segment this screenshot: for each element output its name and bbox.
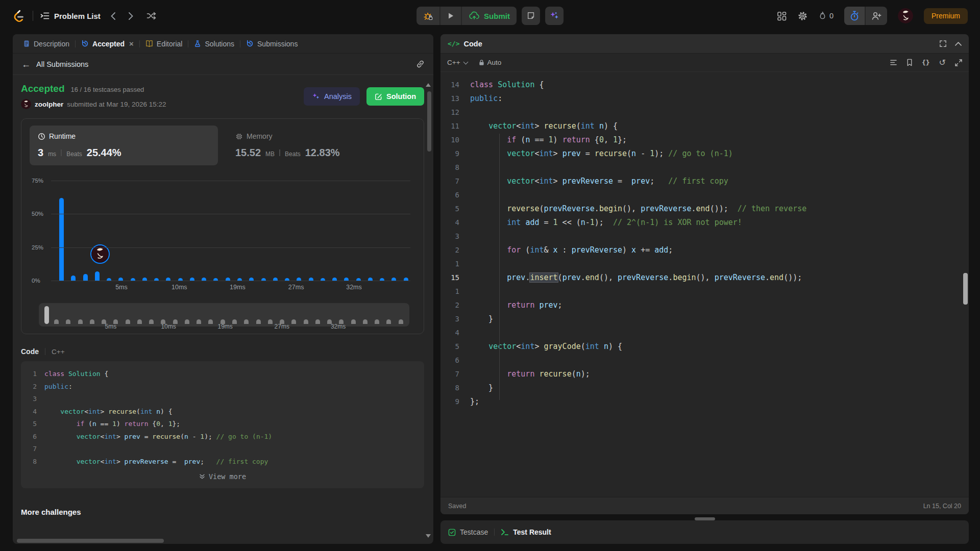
reset-code-icon[interactable]: ↺ [939, 59, 946, 67]
y-axis-tick: 50% [32, 211, 43, 217]
tab-description[interactable]: Description [18, 40, 75, 48]
code-line[interactable]: 7 [21, 443, 424, 456]
runtime-stat-card[interactable]: Runtime 3 ms Beats 25.44% [30, 126, 218, 165]
memory-stat-card[interactable]: Memory 15.52 MB Beats 12.83% [227, 126, 415, 165]
runtime-bar[interactable] [83, 274, 88, 281]
tab-testcase[interactable]: Testcase [448, 528, 488, 536]
code-text: public: [44, 381, 72, 393]
expand-editor-icon[interactable] [955, 59, 962, 66]
code-line[interactable]: 9 vector<int> prev = recurse(n - 1); // … [440, 147, 969, 161]
editor-code-area[interactable]: 14class Solution {13public:1211 vector<i… [440, 72, 969, 409]
code-line[interactable]: 14class Solution { [440, 78, 969, 92]
timer-button[interactable] [844, 7, 865, 25]
code-line[interactable]: 4 vector<int> recurse(int n) { [21, 406, 424, 418]
code-line[interactable]: 10 if (n == 1) return {0, 1}; [440, 133, 969, 147]
solution-button[interactable]: Solution [366, 87, 424, 106]
scrubber-dot [137, 319, 142, 324]
language-selector[interactable]: C++ [447, 59, 468, 66]
settings-gear-icon[interactable] [797, 11, 808, 21]
close-tab-icon[interactable]: × [129, 39, 134, 48]
back-arrow-icon[interactable]: ← [21, 60, 31, 69]
problem-list-button[interactable]: Problem List [40, 12, 101, 20]
code-line[interactable]: 5 vector<int> grayCode(int n) { [440, 340, 969, 354]
code-line[interactable]: 7 return recurse(n); [440, 367, 969, 381]
code-line[interactable]: 9}; [440, 395, 969, 409]
notes-button[interactable] [522, 7, 540, 25]
code-line[interactable]: 1 [440, 285, 969, 298]
braces-icon[interactable]: {} [922, 59, 930, 66]
code-line[interactable]: 6 vector<int> prev = recurse(n - 1); // … [21, 431, 424, 443]
code-line[interactable]: 6 [440, 354, 969, 367]
line-number: 6 [440, 354, 470, 367]
view-more-button[interactable]: View more [21, 468, 424, 485]
code-line[interactable]: 8 [440, 161, 969, 174]
runtime-bar[interactable] [59, 198, 64, 281]
tab-label: Solutions [205, 40, 234, 48]
code-line[interactable]: 11 vector<int> recurse(int n) { [440, 119, 969, 133]
autocomplete-toggle[interactable]: Auto [479, 59, 502, 66]
leetcode-logo[interactable] [12, 9, 26, 22]
tab-accepted[interactable]: Accepted × [76, 39, 139, 48]
scrollbar-down-arrow[interactable] [426, 534, 431, 538]
streak-indicator[interactable]: 0 [819, 11, 834, 21]
bookmark-icon[interactable] [906, 59, 913, 66]
editor-scrollbar[interactable] [963, 273, 968, 305]
scrubber-tick: 27ms [275, 323, 289, 330]
code-line[interactable]: 2 return prev; [440, 298, 969, 312]
premium-button[interactable]: Premium [924, 8, 968, 24]
random-problem-button[interactable] [143, 10, 160, 22]
code-line[interactable]: 3 [21, 393, 424, 406]
code-line[interactable]: 2public: [21, 381, 424, 393]
collapse-panel-icon[interactable] [955, 42, 962, 46]
prev-problem-button[interactable] [108, 10, 118, 22]
terminal-icon [501, 529, 509, 536]
test-result-label: Test Result [513, 528, 551, 536]
line-number: 5 [440, 202, 470, 216]
code-line[interactable]: 13public: [440, 92, 969, 106]
collaborate-button[interactable] [866, 7, 887, 25]
code-line[interactable]: 5 if (n == 1) return {0, 1}; [21, 418, 424, 431]
code-line[interactable]: 6 [440, 188, 969, 202]
user-avatar[interactable] [898, 8, 913, 23]
code-line[interactable]: 3 [440, 230, 969, 243]
author-name[interactable]: zoolpher [35, 101, 63, 108]
code-line[interactable]: 4 int add = 1 << (n-1); // 2^(n-1) is XO… [440, 216, 969, 230]
tab-editorial[interactable]: Editorial [140, 40, 188, 48]
tab-submissions[interactable]: Submissions [241, 40, 303, 48]
x-axis-tick: 10ms [172, 284, 187, 291]
line-number: 3 [440, 230, 470, 243]
code-line[interactable]: 8 vector<int> prevReverse = prev; // fir… [21, 456, 424, 468]
code-line[interactable]: 1 [440, 257, 969, 271]
code-line[interactable]: 5 reverse(prevReverse.begin(), prevRever… [440, 202, 969, 216]
copy-link-icon[interactable] [416, 60, 425, 68]
tab-test-result[interactable]: Test Result [501, 528, 551, 536]
submit-button[interactable]: Submit [462, 7, 517, 25]
code-line[interactable]: 2 for (int& x : prevReverse) x += add; [440, 243, 969, 257]
code-line[interactable]: 1class Solution { [21, 368, 424, 381]
runtime-bar[interactable] [71, 276, 76, 281]
ai-assistant-button[interactable] [545, 7, 564, 25]
vertical-scrollbar[interactable] [427, 91, 431, 152]
apps-grid-icon[interactable] [777, 11, 787, 21]
code-line[interactable]: 15 prev.insert(prev.end(), prevReverse.b… [440, 271, 969, 285]
run-button[interactable] [440, 7, 461, 25]
analysis-button[interactable]: Analysis [304, 87, 360, 106]
fullscreen-icon[interactable] [939, 40, 947, 47]
debug-button[interactable] [416, 7, 439, 25]
testcase-panel: Testcase Test Result [440, 520, 969, 544]
next-problem-button[interactable] [126, 10, 136, 22]
book-icon [145, 40, 153, 47]
code-line[interactable]: 4 [440, 326, 969, 340]
horizontal-scrollbar[interactable] [17, 539, 164, 543]
runtime-bar[interactable] [95, 271, 100, 281]
chart-range-scrubber[interactable]: 5ms10ms19ms27ms32ms [39, 303, 409, 327]
code-line[interactable]: 8 } [440, 381, 969, 395]
line-number: 8 [440, 381, 470, 395]
code-line[interactable]: 7 vector<int> prevReverse = prev; // fir… [440, 174, 969, 188]
scrubber-handle[interactable] [44, 306, 49, 324]
format-code-icon[interactable] [890, 59, 897, 66]
scrollbar-up-arrow[interactable] [426, 83, 431, 87]
tab-solutions[interactable]: Solutions [189, 40, 239, 48]
code-line[interactable]: 12 [440, 106, 969, 119]
code-line[interactable]: 3 } [440, 312, 969, 326]
